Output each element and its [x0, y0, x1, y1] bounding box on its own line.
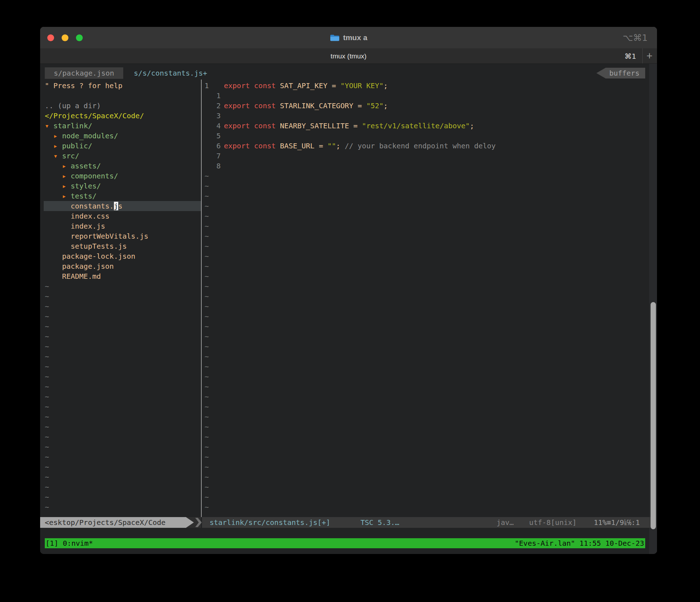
code-line[interactable]: 3 [202, 111, 649, 121]
window-titlebar[interactable]: tmux a ⌥⌘1 [40, 27, 657, 48]
empty-line: ~ [40, 502, 201, 512]
nerdtree-pane[interactable]: " Press ? for help .. (up a dir) </Proje… [40, 81, 201, 512]
tree-item-assets[interactable]: ▸ assets/ [40, 161, 201, 171]
line-number: 6 [203, 141, 221, 151]
line-number: 5 [203, 131, 221, 141]
tabbar-divider [642, 48, 643, 63]
code-line[interactable]: 4export const NEARBY_SATELLITE = "rest/v… [202, 121, 649, 131]
tab-tmux[interactable]: tmux (tmux) [40, 48, 657, 64]
code-line[interactable]: 2export const STARLINK_CATEGORY = "52"; [202, 101, 649, 111]
tree-item-label: src/ [62, 152, 79, 160]
code-line[interactable]: 7 [202, 151, 649, 161]
tilde-marker: ~ [205, 442, 209, 452]
tab-bar: tmux (tmux) ⌘1 + [40, 48, 657, 64]
empty-line: ~ [202, 211, 649, 221]
empty-line: ~ [202, 392, 649, 402]
tree-root-path[interactable]: </Projects/SpaceX/Code/ [40, 111, 201, 121]
tree-item-label: reportWebVitals.js [71, 232, 148, 240]
tilde-marker: ~ [45, 453, 49, 461]
tilde-marker: ~ [45, 312, 49, 321]
tilde-marker: ~ [205, 321, 209, 331]
tilde-marker: ~ [45, 473, 49, 481]
tree-item-package-json[interactable]: package.json [40, 261, 201, 271]
tree-item-label: public/ [62, 142, 92, 150]
tree-up-dir[interactable]: .. (up a dir) [40, 101, 201, 111]
statusline-tsc-version: TSC 5.3.… [360, 518, 399, 527]
tilde-marker: ~ [205, 251, 209, 261]
tilde-marker: ~ [45, 493, 49, 501]
tree-item-readme-md[interactable]: README.md [40, 271, 201, 281]
tree-item-node-modules[interactable]: ▸ node_modules/ [40, 131, 201, 141]
editor-statusline: starlink/src/constants.js[+] TSC 5.3.… j… [202, 517, 652, 528]
empty-line: ~ [40, 432, 201, 442]
tree-item-public[interactable]: ▸ public/ [40, 141, 201, 151]
tree-item-setuptests-js[interactable]: setupTests.js [40, 241, 201, 251]
empty-line: ~ [202, 412, 649, 422]
tree-item-index-js[interactable]: index.js [40, 221, 201, 231]
disclosure-closed-icon[interactable]: ▸ [62, 192, 71, 200]
disclosure-closed-icon[interactable]: ▸ [53, 132, 62, 140]
empty-line: ~ [40, 372, 201, 382]
tmux-status-bar: [1] 0:nvim* "Eves-Air.lan" 11:55 10-Dec-… [45, 538, 645, 548]
code-line[interactable]: 5 [202, 131, 649, 141]
tmux-window-list[interactable]: [1] 0:nvim* [45, 538, 93, 548]
code-line[interactable]: 8 [202, 161, 649, 171]
buffer-tab-constants-js[interactable]: s/s/constants.js+ [134, 69, 207, 77]
empty-line: ~ [202, 251, 649, 261]
tree-item-starlink[interactable]: ▾ starlink/ [40, 121, 201, 131]
tilde-marker: ~ [205, 301, 209, 311]
code-line[interactable]: 6export const BASE_URL = ""; // your bac… [202, 141, 649, 151]
tree-item-src[interactable]: ▾ src/ [40, 151, 201, 161]
disclosure-closed-icon[interactable]: ▸ [53, 142, 62, 150]
window-split-separator[interactable] [201, 80, 202, 517]
tree-item-label: styles/ [71, 182, 101, 190]
line-number: 1 [203, 91, 221, 101]
disclosure-open-icon[interactable]: ▾ [45, 121, 53, 130]
tree-item-tests[interactable]: ▸ tests/ [40, 191, 201, 201]
tilde-marker: ~ [45, 433, 49, 441]
disclosure-open-icon[interactable]: ▾ [53, 152, 62, 160]
tilde-marker: ~ [205, 261, 209, 271]
tilde-marker: ~ [45, 412, 49, 421]
tilde-marker: ~ [205, 392, 209, 402]
disclosure-closed-icon[interactable]: ▸ [62, 172, 71, 180]
tilde-marker: ~ [205, 362, 209, 372]
editor-pane[interactable]: 1export const SAT_API_KEY = "YOUR KEY";1… [202, 81, 649, 512]
tree-item-package-lock-json[interactable]: package-lock.json [40, 251, 201, 261]
tree-item-index-css[interactable]: index.css [40, 211, 201, 221]
empty-line: ~ [202, 291, 649, 301]
proxy-folder-icon[interactable] [330, 34, 340, 42]
empty-line: ~ [202, 362, 649, 372]
vim-cursor: j [114, 202, 118, 210]
tilde-marker: ~ [45, 503, 49, 511]
buffer-tab-package-json[interactable]: s/package.json [45, 67, 123, 79]
tilde-marker: ~ [205, 271, 209, 281]
empty-line: ~ [40, 321, 201, 331]
empty-line: ~ [40, 392, 201, 402]
empty-line: ~ [202, 492, 649, 502]
tilde-marker: ~ [205, 221, 209, 231]
code-line[interactable]: 1 [202, 91, 649, 101]
line-number: 7 [203, 151, 221, 161]
tilde-marker: ~ [45, 483, 49, 491]
chevron-right-icon [195, 518, 202, 527]
disclosure-closed-icon[interactable]: ▸ [62, 162, 71, 170]
empty-line: ~ [40, 442, 201, 452]
code-text: export const SAT_API_KEY = "YOUR KEY"; [224, 81, 388, 91]
empty-line: ~ [202, 221, 649, 231]
tilde-marker: ~ [205, 372, 209, 382]
disclosure-closed-icon[interactable]: ▸ [62, 182, 71, 190]
tilde-marker: ~ [45, 362, 49, 371]
empty-line: ~ [40, 382, 201, 392]
new-tab-button[interactable]: + [644, 48, 655, 64]
tree-item-components[interactable]: ▸ components/ [40, 171, 201, 181]
empty-line: ~ [202, 231, 649, 241]
tilde-marker: ~ [205, 311, 209, 321]
tree-item-styles[interactable]: ▸ styles/ [40, 181, 201, 191]
scrollbar-thumb[interactable] [651, 302, 656, 529]
tilde-marker: ~ [45, 322, 49, 331]
tilde-marker: ~ [45, 332, 49, 341]
tree-item-constants-js[interactable]: constants.js [44, 201, 201, 211]
code-line[interactable]: 1export const SAT_API_KEY = "YOUR KEY"; [202, 81, 649, 91]
tree-item-reportwebvitals-js[interactable]: reportWebVitals.js [40, 231, 201, 241]
